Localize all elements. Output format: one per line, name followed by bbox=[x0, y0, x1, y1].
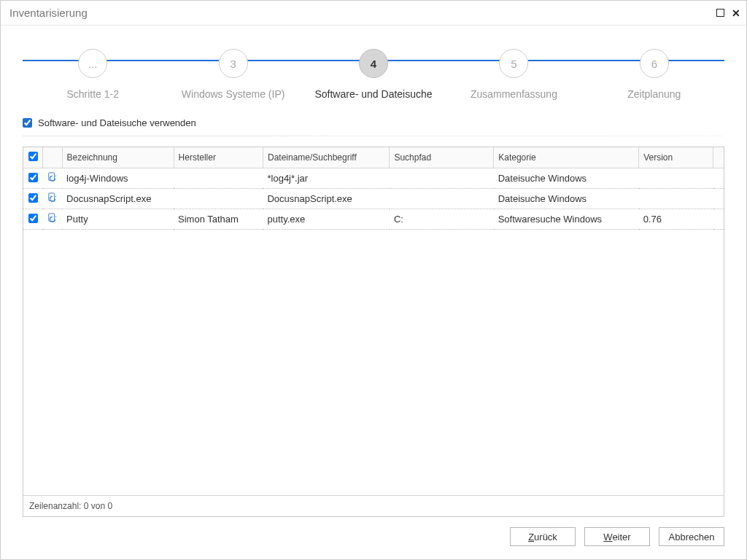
step-1[interactable]: ... bbox=[23, 49, 163, 78]
svg-rect-0 bbox=[49, 173, 55, 181]
cancel-button[interactable]: Abbrechen bbox=[659, 527, 724, 546]
table-row[interactable]: DocusnapScript.exeDocusnapScript.exeDate… bbox=[23, 189, 724, 209]
grid-table: Bezeichnung Hersteller Dateiname/Suchbeg… bbox=[23, 147, 724, 230]
window-controls: ✕ bbox=[716, 8, 740, 18]
select-all-checkbox[interactable] bbox=[28, 152, 38, 161]
titlebar: Inventarisierung ✕ bbox=[1, 1, 746, 26]
close-button[interactable]: ✕ bbox=[732, 8, 740, 18]
next-button[interactable]: Weiter bbox=[584, 527, 650, 546]
header-icon-cell bbox=[43, 147, 63, 168]
step-label-5: Zeitplanung bbox=[584, 88, 724, 100]
search-items-grid: Bezeichnung Hersteller Dateiname/Suchbeg… bbox=[23, 147, 724, 517]
header-checkbox-cell bbox=[23, 147, 43, 168]
header-name[interactable]: Bezeichnung bbox=[62, 147, 174, 168]
header-searchpath[interactable]: Suchpfad bbox=[390, 147, 494, 168]
row-icon-cell bbox=[43, 168, 63, 189]
use-search-label: Software- und Dateisuche verwenden bbox=[38, 117, 196, 128]
header-filename[interactable]: Dateiname/Suchbegriff bbox=[263, 147, 389, 168]
row-checkbox[interactable] bbox=[28, 193, 38, 203]
table-row[interactable]: log4j-Windows*log4j*.jarDateisuche Windo… bbox=[23, 168, 724, 189]
cell-category: Dateisuche Windows bbox=[494, 189, 639, 209]
cell-name: DocusnapScript.exe bbox=[62, 189, 174, 209]
cell-version: 0.76 bbox=[639, 209, 713, 230]
row-icon-cell bbox=[43, 209, 63, 230]
step-circle: 3 bbox=[219, 49, 248, 78]
row-checkbox[interactable] bbox=[28, 214, 38, 223]
step-label-4: Zusammenfassung bbox=[444, 88, 584, 100]
step-4[interactable]: 5 bbox=[444, 49, 584, 78]
cell-category: Dateisuche Windows bbox=[494, 168, 639, 189]
step-circle: ... bbox=[78, 49, 107, 78]
step-3[interactable]: 4 bbox=[303, 49, 444, 78]
cell-searchpath: C: bbox=[390, 209, 494, 230]
back-button[interactable]: Zurück bbox=[510, 527, 576, 546]
row-checkbox[interactable] bbox=[28, 173, 38, 182]
use-search-option: Software- und Dateisuche verwenden bbox=[23, 117, 724, 128]
cell-searchpath bbox=[390, 189, 494, 209]
step-label-1: Schritte 1-2 bbox=[23, 88, 163, 100]
row-checkbox-cell bbox=[23, 168, 43, 189]
use-search-checkbox[interactable] bbox=[23, 118, 32, 128]
cell-searchpath bbox=[390, 168, 494, 189]
step-label-2: Windows Systeme (IP) bbox=[163, 88, 303, 100]
cell-spacer bbox=[713, 189, 724, 209]
cell-name: log4j-Windows bbox=[62, 168, 174, 189]
grid-header-row: Bezeichnung Hersteller Dateiname/Suchbeg… bbox=[23, 147, 724, 168]
wizard-buttons: Zurück Weiter Abbrechen bbox=[1, 517, 746, 559]
search-item-icon bbox=[47, 172, 58, 182]
step-5[interactable]: 6 bbox=[584, 49, 724, 78]
cell-spacer bbox=[713, 209, 724, 230]
header-manufacturer[interactable]: Hersteller bbox=[174, 147, 263, 168]
cell-manufacturer bbox=[174, 168, 263, 189]
main-content: Software- und Dateisuche verwenden Bezei… bbox=[1, 107, 746, 517]
step-2[interactable]: 3 bbox=[163, 49, 303, 78]
cell-manufacturer bbox=[174, 189, 263, 209]
cell-version bbox=[639, 189, 713, 209]
grid-empty-area bbox=[23, 230, 724, 495]
row-checkbox-cell bbox=[23, 189, 43, 209]
cell-name: Putty bbox=[62, 209, 174, 230]
maximize-button[interactable] bbox=[716, 8, 724, 18]
search-item-icon bbox=[47, 192, 58, 203]
step-circle: 4 bbox=[359, 49, 388, 78]
cell-filename: putty.exe bbox=[263, 209, 389, 230]
wizard-stepper: ...3456 Schritte 1-2Windows Systeme (IP)… bbox=[1, 26, 746, 107]
row-icon-cell bbox=[43, 189, 63, 209]
header-category[interactable]: Kategorie bbox=[494, 147, 639, 168]
step-label-3: Software- und Dateisuche bbox=[303, 88, 444, 100]
table-row[interactable]: PuttySimon Tathamputty.exeC:Softwaresuch… bbox=[23, 209, 724, 230]
cell-filename: *log4j*.jar bbox=[263, 168, 389, 189]
window-title: Inventarisierung bbox=[9, 7, 716, 19]
cell-category: Softwaresuche Windows bbox=[494, 209, 639, 230]
grid-footer: Zeilenanzahl: 0 von 0 bbox=[23, 495, 724, 516]
step-circle: 6 bbox=[640, 49, 669, 78]
maximize-icon bbox=[716, 9, 724, 17]
cell-manufacturer: Simon Tatham bbox=[174, 209, 263, 230]
divider bbox=[23, 136, 724, 136]
cell-spacer bbox=[713, 168, 724, 189]
step-circle: 5 bbox=[499, 49, 528, 78]
svg-rect-1 bbox=[49, 193, 55, 201]
svg-rect-2 bbox=[49, 214, 55, 222]
header-version[interactable]: Version bbox=[639, 147, 713, 168]
search-item-icon bbox=[47, 213, 58, 223]
row-checkbox-cell bbox=[23, 209, 43, 230]
cell-version bbox=[639, 168, 713, 189]
cell-filename: DocusnapScript.exe bbox=[263, 189, 389, 209]
header-spacer bbox=[713, 147, 724, 168]
